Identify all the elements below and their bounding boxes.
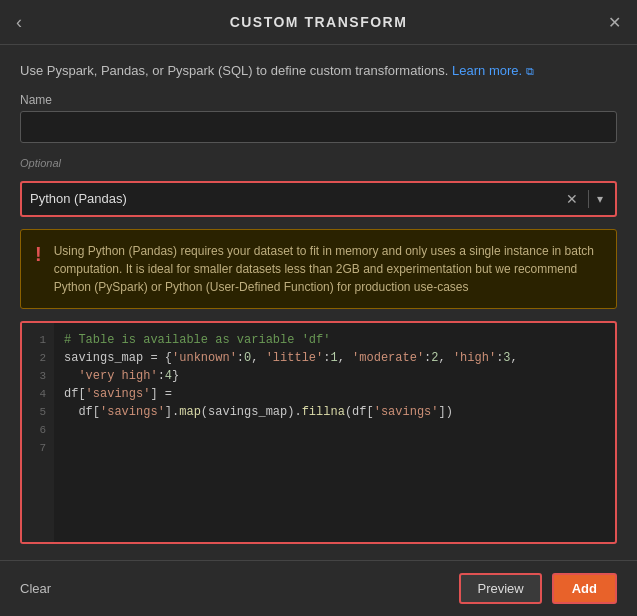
- clear-button[interactable]: Clear: [20, 577, 51, 600]
- code-line-3b: df['savings'].map(savings_map).fillna(df…: [64, 403, 605, 421]
- dropdown-selected-value: Python (Pandas): [30, 191, 560, 206]
- warning-text: Using Python (Pandas) requires your data…: [54, 242, 602, 296]
- line-number: 3: [39, 367, 46, 385]
- code-text[interactable]: # Table is available as variable 'df' sa…: [54, 323, 615, 543]
- line-number: 6: [39, 421, 46, 439]
- modal-header: ‹ CUSTOM TRANSFORM ✕: [0, 0, 637, 45]
- code-line-5: [64, 439, 605, 457]
- footer-actions: Preview Add: [459, 573, 617, 604]
- description-text: Use Pyspark, Pandas, or Pyspark (SQL) to…: [20, 61, 617, 81]
- line-numbers: 1 2 3 4 5 6 7: [22, 323, 54, 543]
- name-input[interactable]: [20, 111, 617, 143]
- code-editor[interactable]: 1 2 3 4 5 6 7 # Table is available as va…: [20, 321, 617, 545]
- modal-content: Use Pyspark, Pandas, or Pyspark (SQL) to…: [0, 45, 637, 560]
- code-line-2: savings_map = {'unknown':0, 'little':1, …: [64, 349, 605, 367]
- close-button[interactable]: ✕: [608, 13, 621, 32]
- dropdown-divider: [588, 190, 589, 208]
- line-number: 4: [39, 385, 46, 403]
- code-line-3: df['savings'] =: [64, 385, 605, 403]
- add-button[interactable]: Add: [552, 573, 617, 604]
- code-line-7: [64, 475, 605, 493]
- warning-box: ! Using Python (Pandas) requires your da…: [20, 229, 617, 309]
- line-number: 7: [39, 439, 46, 457]
- code-line-2b: 'very high':4}: [64, 367, 605, 385]
- chevron-down-icon[interactable]: ▾: [593, 192, 607, 206]
- code-line-4: [64, 421, 605, 439]
- code-lines-container: 1 2 3 4 5 6 7 # Table is available as va…: [22, 323, 615, 543]
- custom-transform-modal: ‹ CUSTOM TRANSFORM ✕ Use Pyspark, Pandas…: [0, 0, 637, 616]
- name-field-group: Name: [20, 93, 617, 143]
- name-label: Name: [20, 93, 617, 107]
- language-dropdown[interactable]: Python (Pandas) ✕ ▾: [20, 181, 617, 217]
- dropdown-clear-icon[interactable]: ✕: [560, 191, 584, 207]
- line-number: 2: [39, 349, 46, 367]
- warning-icon: !: [35, 243, 42, 266]
- line-number: 1: [39, 331, 46, 349]
- code-line-1: # Table is available as variable 'df': [64, 331, 605, 349]
- optional-label: Optional: [20, 157, 617, 169]
- code-line-6: [64, 457, 605, 475]
- external-link-icon: ⧉: [526, 65, 534, 77]
- modal-title: CUSTOM TRANSFORM: [230, 14, 408, 30]
- back-button[interactable]: ‹: [16, 12, 22, 33]
- learn-more-link[interactable]: Learn more. ⧉: [452, 63, 534, 78]
- preview-button[interactable]: Preview: [459, 573, 541, 604]
- modal-footer: Clear Preview Add: [0, 560, 637, 616]
- line-number: 5: [39, 403, 46, 421]
